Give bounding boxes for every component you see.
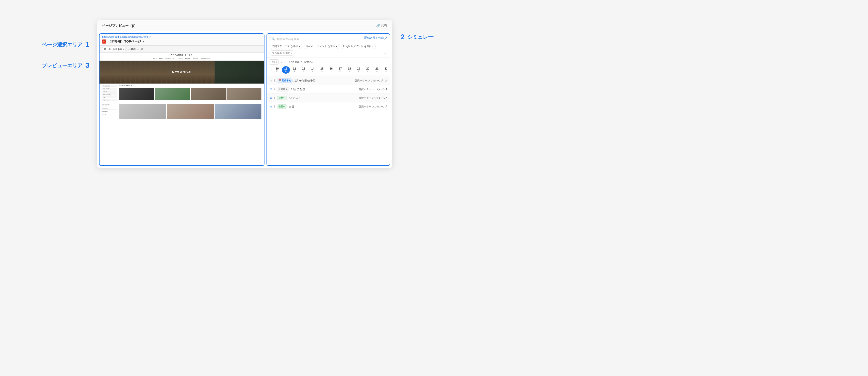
zoom-in-icon[interactable]: +	[137, 48, 139, 51]
page-url: https://site-demo.karte.io/blocks/top.ht…	[102, 35, 261, 38]
prev-week-button[interactable]: ‹	[281, 60, 283, 64]
delivery-condition-btn[interactable]: 配信条件を作成 ↗	[364, 36, 387, 40]
next-week-button[interactable]: ›	[285, 60, 287, 64]
nav-new: NEW	[159, 58, 163, 60]
day-num: 22	[384, 67, 388, 70]
mini-bottom-section: ブランドから選ぶ コレクション お手入れ方法 ショップ	[99, 103, 264, 120]
search-icon: 🔍	[272, 37, 275, 41]
calendar-day-14[interactable]: 14木	[308, 66, 317, 74]
calendar-day-18[interactable]: 18月	[345, 66, 354, 74]
nav-kids: KIDS	[179, 58, 183, 60]
status-badge: 📅 配信予約	[277, 79, 293, 83]
calendar-day-11[interactable]: 11月	[282, 66, 290, 74]
delivery-btn-label: 配信条件を作成	[364, 36, 384, 40]
calendar-day-17[interactable]: 17日	[336, 66, 345, 74]
mini-pickup-title: STAFF PICKUP	[119, 85, 261, 87]
zoom-controls: − 46% + ↺	[128, 48, 143, 51]
nav-coordinate: COORDINATE	[201, 58, 211, 60]
calendar-day-15[interactable]: 15金	[317, 66, 327, 74]
today-button[interactable]: 今日	[270, 59, 279, 65]
eye-icon[interactable]: 👁	[270, 88, 273, 91]
refresh-icon[interactable]: ↺	[141, 48, 143, 51]
calendar-day-12[interactable]: 12火	[290, 66, 299, 74]
status-badge: 公開中	[277, 105, 287, 109]
cal-left-arrow[interactable]: ‹	[270, 68, 273, 72]
mini-nav-4: カテゴリから選ぶ	[102, 93, 117, 95]
zoom-out-icon[interactable]: −	[128, 48, 129, 51]
calendar-day-16[interactable]: 16土	[327, 66, 336, 74]
filter-blocks[interactable]: Blocks セグメント を選択 ▾	[304, 44, 339, 49]
mini-pickup-section: タイプから選ぶ カラーから選ぶ プリント カテゴリから選ぶ 特集 印刷アイテム	[99, 84, 264, 103]
more-icon[interactable]: ···	[384, 51, 388, 55]
day-label: 水	[303, 70, 305, 73]
day-num: 15	[320, 67, 323, 70]
filter-insight[interactable]: Insightセグメント を選択 ▾	[341, 44, 376, 49]
chevron-down-icon: ▾	[336, 45, 337, 48]
nav-women: WOMEN	[165, 58, 171, 60]
preview-toolbar: 🖥 PC (1280px) ▾ − 46% + ↺	[99, 46, 264, 53]
mini-bottom-images	[119, 104, 261, 119]
info-icon[interactable]: ℹ	[274, 96, 275, 99]
info-icon[interactable]: ℹ	[274, 79, 275, 82]
page-selector-bar: https://site-demo.karte.io/blocks/top.ht…	[99, 34, 264, 46]
status-badge: 公開中	[277, 96, 287, 100]
calendar-section: 今日 ‹ › 12月10日〜12月23日 ‹ 10日11月12火13水14木15…	[267, 58, 390, 76]
calendar-day-21[interactable]: 21木	[372, 66, 381, 74]
eye-icon[interactable]: 👁	[270, 79, 273, 83]
info-icon[interactable]: ℹ	[274, 105, 275, 108]
status-badge: 公開終了	[277, 87, 289, 91]
day-num: 10	[276, 67, 279, 70]
calendar-day-19[interactable]: 19火	[354, 66, 363, 74]
zoom-level: 46%	[131, 48, 136, 51]
eye-icon[interactable]: 👁	[270, 105, 273, 109]
calendar-day-13[interactable]: 13水	[299, 66, 308, 74]
eye-icon[interactable]: 👁	[270, 96, 273, 100]
filter-public-status[interactable]: 公開ステータス を選択 ▾	[270, 44, 302, 49]
pickup-img-3	[191, 88, 226, 100]
site-icon: 🍎	[102, 39, 106, 44]
page-selector-row[interactable]: 🍎 （デモ用）TOPページ ▼	[102, 39, 261, 44]
page-name: （デモ用）TOPページ	[108, 39, 141, 44]
day-num: 21	[375, 67, 378, 70]
mini-nav-5: 特集	[102, 96, 117, 98]
mini-subnav: SALE NEW WOMEN MEN KIDS BRAND PICKUP COO…	[99, 57, 264, 61]
day-label: 木	[312, 70, 314, 73]
mini-hero: New Arrival	[99, 61, 264, 84]
condition-row: 👁ℹ公開中全員選択パターン: パターンA	[267, 103, 390, 111]
calendar-day-10[interactable]: 10日	[273, 66, 282, 74]
condition-title: ABテスト	[289, 96, 357, 100]
share-button[interactable]: 🔗 共有	[376, 23, 387, 28]
info-icon[interactable]: ℹ	[274, 88, 275, 91]
mini-sidebar-nav: ブランドから選ぶ コレクション お手入れ方法 ショップ	[102, 104, 117, 119]
page-select-area-text: ページ選択エリア	[42, 41, 83, 48]
external-link-icon: ↗	[149, 35, 151, 38]
refresh-icon[interactable]: ↺	[384, 79, 387, 83]
condition-pattern: 選択パターン: パターンA	[359, 105, 387, 109]
simulation-area-text: シミュレーションエリア	[407, 34, 434, 40]
calendar-nav: 今日 ‹ › 12月10日〜12月23日	[270, 59, 387, 65]
mini-nav-3: プリント	[102, 90, 117, 93]
search-placeholder: 配信条件名を検索	[277, 37, 299, 41]
window-body: https://site-demo.karte.io/blocks/top.ht…	[97, 31, 392, 168]
nav-pickup: PICKUP	[193, 58, 198, 60]
day-label: 火	[293, 70, 296, 73]
condition-title: 1月から配信予定	[294, 79, 353, 83]
mini-pickup-nav: タイプから選ぶ カラーから選ぶ プリント カテゴリから選ぶ 特集 印刷アイテム	[102, 85, 117, 101]
day-num: 12	[293, 67, 296, 70]
calendar-day-20[interactable]: 20水	[363, 66, 372, 74]
calendar-day-22[interactable]: 22金	[381, 66, 387, 74]
device-selector[interactable]: 🖥 PC (1280px) ▾	[102, 47, 126, 51]
filter-label[interactable]: ラベル名 を選択 ▾	[270, 51, 294, 56]
sidebar-4: ショップ	[102, 114, 117, 116]
nav-brand: BRAND	[185, 58, 190, 60]
condition-status: 公開終了	[277, 87, 289, 91]
url-text: https://site-demo.karte.io/blocks/top.ht…	[102, 35, 148, 38]
simulation-num: 2	[401, 33, 405, 41]
mini-hero-text: New Arrival	[172, 70, 192, 74]
main-window: ページプレビュー（β） 🔗 共有 https://site-demo.karte…	[97, 20, 392, 168]
day-label: 金	[321, 70, 323, 73]
share-label: 共有	[381, 23, 387, 28]
mini-left-nav: タイプから選ぶ カラーから選ぶ プリント カテゴリから選ぶ 特集 印刷アイテム	[102, 85, 117, 101]
sidebar-2: コレクション	[102, 107, 117, 110]
right-panel: 配信条件を作成 ↗ 🔍 配信条件名を検索 ▾ 公開ステータス を選択	[267, 33, 390, 166]
